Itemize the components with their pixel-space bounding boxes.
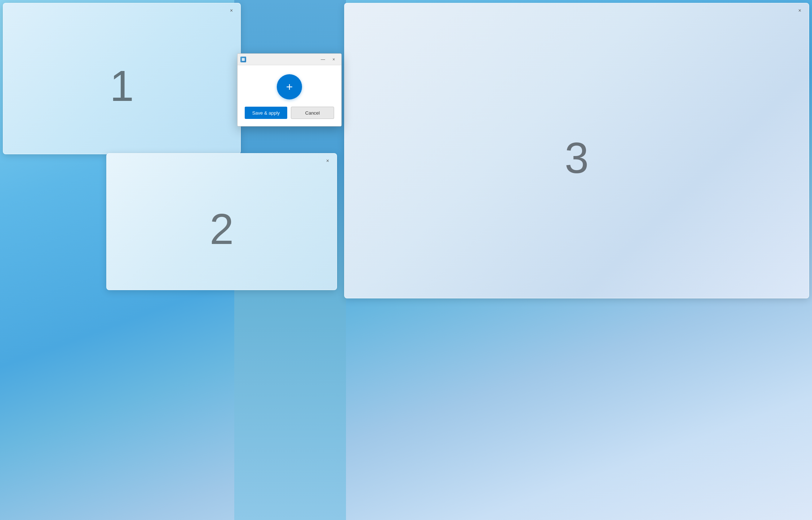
dialog-title-left <box>240 57 246 62</box>
dialog-body: + Save & apply Cancel <box>238 65 341 126</box>
window-3: × 3 <box>344 3 809 298</box>
window-3-number: 3 <box>565 133 589 183</box>
window-2-close-button[interactable]: × <box>322 155 333 166</box>
save-apply-button[interactable]: Save & apply <box>245 107 287 119</box>
cancel-button[interactable]: Cancel <box>291 107 334 119</box>
window-2-number: 2 <box>210 204 234 254</box>
dialog-close-button[interactable]: × <box>329 56 338 63</box>
window-1-number: 1 <box>110 61 134 111</box>
svg-rect-7 <box>242 58 245 61</box>
window-3-close-button[interactable]: × <box>794 5 805 16</box>
window-2: × 2 <box>106 153 337 290</box>
dialog-action-buttons: Save & apply Cancel <box>245 107 334 119</box>
dialog-box: — × + Save & apply Cancel <box>237 53 342 126</box>
window-2-titlebar: × <box>107 154 337 168</box>
dialog-add-button[interactable]: + <box>277 74 302 99</box>
window-2-content: 2 <box>107 168 337 290</box>
window-3-titlebar: × <box>345 3 809 18</box>
window-1-titlebar: × <box>3 3 240 18</box>
dialog-app-icon <box>240 57 246 62</box>
dialog-minimize-button[interactable]: — <box>318 56 328 63</box>
plus-icon: + <box>286 81 293 93</box>
window-1: × 1 <box>3 3 241 154</box>
dialog-titlebar: — × <box>238 54 341 65</box>
dialog-title-controls: — × <box>318 56 338 63</box>
window-3-content: 3 <box>345 18 809 298</box>
window-1-close-button[interactable]: × <box>226 5 237 16</box>
window-1-content: 1 <box>3 18 240 154</box>
